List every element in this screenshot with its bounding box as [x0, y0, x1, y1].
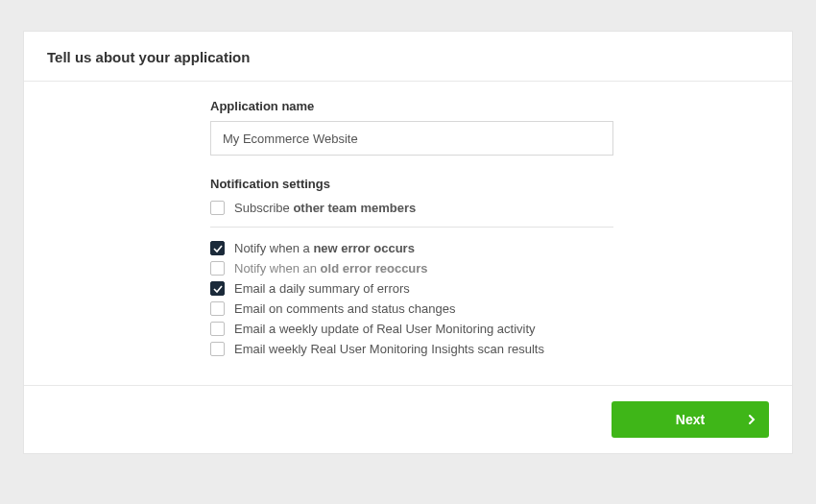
card-footer: Next [24, 385, 792, 453]
app-name-label: Application name [210, 99, 633, 113]
card-header: Tell us about your application [24, 32, 792, 82]
check-icon [213, 284, 223, 294]
notification-row: Notify when a new error occurs [210, 241, 633, 255]
next-button[interactable]: Next [612, 401, 769, 438]
notification-row: Email a weekly update of Real User Monit… [210, 322, 633, 336]
notification-label: Email a daily summary of errors [234, 281, 410, 296]
notification-checkbox[interactable] [210, 322, 225, 336]
notification-checkbox[interactable] [210, 342, 225, 356]
notification-row: Email on comments and status changes [210, 301, 633, 316]
notification-settings-label: Notification settings [210, 177, 633, 191]
notification-checkbox[interactable] [210, 281, 225, 296]
app-name-input[interactable] [210, 121, 613, 156]
card-body: Application name Notification settings S… [24, 82, 792, 385]
notification-checkbox[interactable] [210, 301, 225, 316]
divider [210, 227, 613, 228]
subscribe-label: Subscribe other team members [234, 201, 416, 215]
notification-checkbox[interactable] [210, 261, 225, 276]
notification-row: Email weekly Real User Monitoring Insigh… [210, 342, 633, 356]
notification-list: Notify when a new error occursNotify whe… [210, 241, 633, 356]
notification-label: Notify when a new error occurs [234, 241, 415, 255]
notification-row: Notify when an old error reoccurs [210, 261, 633, 276]
notification-row: Email a daily summary of errors [210, 281, 633, 296]
card-title: Tell us about your application [47, 49, 769, 65]
app-setup-card: Tell us about your application Applicati… [23, 31, 793, 454]
chevron-right-icon [749, 412, 756, 427]
notification-label: Email weekly Real User Monitoring Insigh… [234, 342, 544, 356]
notification-label: Email a weekly update of Real User Monit… [234, 322, 536, 336]
next-button-label: Next [676, 412, 705, 427]
notification-checkbox[interactable] [210, 241, 225, 255]
check-icon [213, 244, 223, 253]
notification-label: Notify when an old error reoccurs [234, 261, 428, 276]
subscribe-row: Subscribe other team members [210, 201, 633, 215]
subscribe-checkbox[interactable] [210, 201, 225, 215]
notification-label: Email on comments and status changes [234, 301, 456, 316]
